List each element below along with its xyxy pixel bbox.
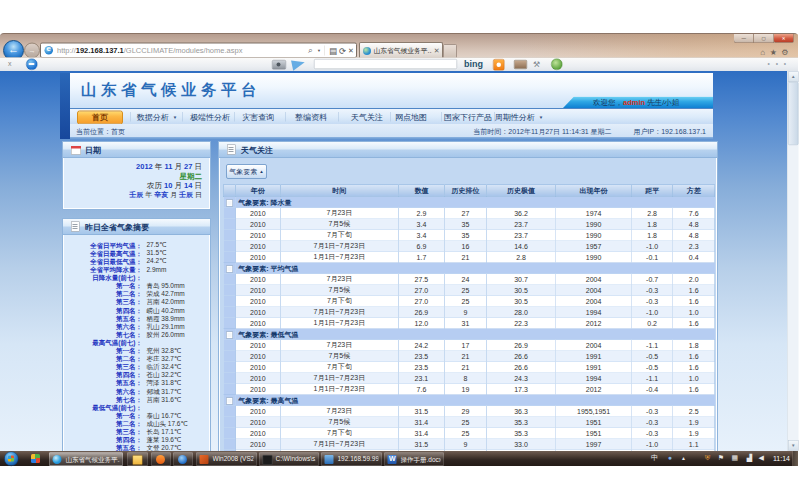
search-icon[interactable]: ⌕ (308, 46, 313, 56)
page-scrollbar[interactable]: ▲ ▼ (787, 71, 799, 451)
tray-display-icon[interactable]: ▦ (731, 454, 738, 462)
column-header[interactable]: 年份 (235, 185, 280, 197)
refresh-icon[interactable]: ⟳ (339, 46, 346, 57)
column-header[interactable]: 方差 (673, 185, 715, 197)
table-row[interactable]: 20107月5候31.42535.31951-0.31.9 (223, 417, 715, 428)
camera-icon[interactable] (272, 60, 286, 70)
group-header-row[interactable]: 气象要素: 降水量 (223, 197, 715, 208)
tray-flag-icon[interactable]: ⚑ (718, 454, 724, 462)
pinwheel-app-icon[interactable] (31, 454, 40, 463)
minimize-button[interactable]: — (734, 34, 755, 43)
column-header[interactable]: 历史极值 (486, 185, 555, 197)
messenger-icon[interactable] (493, 59, 505, 71)
address-bar[interactable]: http://192.168.137.1/GLCCLIMATE/modules/… (40, 43, 357, 59)
group-collapse-icon[interactable] (226, 397, 233, 404)
table-row[interactable]: 20107月下旬31.42535.31951-0.31.9 (223, 428, 715, 439)
table-row[interactable]: 20101月1日~7月23日7.61917.32012-0.41.6 (223, 384, 715, 395)
toolbar-app-icon[interactable] (26, 59, 38, 71)
taskbar-explorer-button[interactable] (127, 452, 148, 466)
tray-blue-icon[interactable]: ● (668, 454, 672, 462)
start-button[interactable] (4, 452, 19, 467)
table-row[interactable]: 20107月5候27.02530.52004-0.31.6 (223, 285, 715, 296)
calendar-unit: 日 (193, 191, 202, 199)
tray-network-icon[interactable]: ▟ (747, 454, 752, 462)
column-header[interactable]: 历史排位 (444, 185, 486, 197)
table-cell: 1.9 (673, 417, 715, 428)
column-header[interactable]: 数值 (398, 185, 444, 197)
favorites-star-icon[interactable]: ★ (770, 48, 782, 57)
table-row[interactable]: 20107月1日~7月23日26.9928.01994-1.01.0 (223, 307, 715, 318)
table-row[interactable]: 20107月5候3.43523.719901.84.8 (223, 219, 715, 230)
taskbar-task-button[interactable]: 192.168.59.99... (321, 452, 382, 466)
group-gutter-cell (223, 395, 235, 406)
home-icon[interactable]: ⌂ (760, 48, 769, 57)
table-row[interactable]: 20107月1日~7月23日23.1824.31994-1.11.0 (223, 373, 715, 384)
group-header-row[interactable]: 气象要素: 最低气温 (223, 329, 715, 340)
table-row[interactable]: 20107月23日24.21726.92004-1.11.8 (223, 340, 715, 351)
close-button[interactable]: ✕ (774, 34, 795, 43)
bing-logo[interactable]: bing (464, 59, 483, 70)
table-row[interactable]: 20101月1日~7月23日1.7212.81990-0.10.4 (223, 252, 715, 263)
table-row[interactable]: 20107月下旬3.43523.719901.84.8 (223, 230, 715, 241)
taskbar-blue-app-button[interactable] (173, 452, 193, 466)
menu-item-1[interactable]: 数据分析▼ (137, 113, 177, 124)
stop-icon[interactable]: ✕ (348, 46, 354, 54)
tools-icon[interactable]: ⚒ (533, 59, 540, 69)
group-collapse-icon[interactable] (226, 265, 233, 272)
toolbar-close-icon[interactable]: x (8, 60, 12, 68)
table-row[interactable]: 20107月23日2.92736.219742.87.6 (223, 208, 715, 219)
taskbar-task-button[interactable]: C:\Windows\s... (259, 452, 319, 466)
compatibility-icon[interactable]: ▤ (329, 46, 337, 57)
tray-hidden-icons-arrow[interactable]: ▲ (681, 455, 686, 461)
group-header-row[interactable]: 气象要素: 平均气温 (223, 263, 715, 274)
table-row[interactable]: 20101月1日~7月23日12.03122.320120.21.6 (223, 318, 715, 329)
toolbar-overflow-dots[interactable]: • • • (768, 60, 788, 68)
table-row[interactable]: 20107月5候23.52126.61991-0.51.6 (223, 351, 715, 362)
group-collapse-icon[interactable] (226, 199, 233, 206)
menu-item-8[interactable]: 周期性分析▼ (495, 113, 543, 124)
show-desktop-button[interactable] (793, 451, 799, 466)
search-caret-icon[interactable]: ▼ (317, 49, 321, 54)
row-gutter-cell (223, 351, 235, 362)
send-plane-icon[interactable] (291, 58, 306, 71)
menu-item-2[interactable]: 极端性分析 (190, 113, 230, 124)
tray-volume-icon[interactable]: ◀ (759, 454, 764, 462)
menu-item-3[interactable]: 灾害查询 (242, 113, 274, 124)
taskbar-task-button[interactable]: Win2008 (VS2... (196, 452, 257, 466)
scroll-down-icon[interactable]: ▼ (788, 440, 799, 451)
table-row[interactable]: 20107月下旬27.02530.52004-0.31.6 (223, 296, 715, 307)
menu-item-4[interactable]: 整编资料 (295, 113, 327, 124)
group-collapse-icon[interactable] (226, 331, 233, 338)
taskbar-task-button[interactable]: 操作手册.docx ... (384, 452, 444, 466)
column-header[interactable]: 时间 (280, 185, 398, 197)
taskbar-ie-button[interactable]: 山东省气候业务平... (49, 452, 123, 466)
globe-icon[interactable] (551, 59, 563, 71)
table-row[interactable]: 20107月1日~7月23日6.91614.61957-1.02.3 (223, 241, 715, 252)
ime-indicator[interactable]: 中 (651, 454, 658, 463)
scroll-up-icon[interactable]: ▲ (788, 72, 799, 83)
group-header-row[interactable]: 气象要素: 最高气温 (223, 395, 715, 406)
toolbar-search-input[interactable] (314, 59, 457, 69)
table-row[interactable]: 20107月1日~7月23日31.5933.01997-1.01.1 (223, 439, 715, 450)
table-row[interactable]: 20107月23日27.52430.72004-0.72.0 (223, 274, 715, 285)
menu-item-home[interactable]: 首页 (77, 111, 123, 125)
column-header[interactable]: 距平 (632, 185, 673, 197)
menu-item-7[interactable]: 国家下行产品 (444, 113, 492, 124)
scrollbar-thumb[interactable] (788, 82, 799, 145)
tools-gear-icon[interactable]: ⚙ (781, 48, 793, 57)
taskbar-orange-app-button[interactable] (151, 452, 171, 466)
table-row[interactable]: 20107月23日31.52936.31955,1951-0.32.5 (223, 406, 715, 417)
url-text[interactable]: http://192.168.137.1/GLCCLIMATE/modules/… (57, 46, 242, 55)
tray-security-icon[interactable]: ⛨ (705, 454, 710, 463)
snapshot-icon[interactable] (514, 60, 527, 69)
tab-close-icon[interactable]: ✕ (434, 47, 440, 55)
column-header[interactable]: 出现年份 (556, 185, 632, 197)
element-filter-button[interactable]: 气象要素 ▲ (226, 164, 267, 179)
menu-item-6[interactable]: 网点地图 (395, 113, 427, 124)
table-row[interactable]: 20107月下旬23.52126.61991-0.51.6 (223, 362, 715, 373)
group-title: 气象要素: 最低气温 (235, 329, 714, 340)
maximize-button[interactable]: ▢ (754, 34, 775, 43)
blue-app-icon (178, 455, 187, 464)
menu-item-5[interactable]: 天气关注 (351, 113, 383, 124)
table-cell: 4.8 (673, 219, 715, 230)
